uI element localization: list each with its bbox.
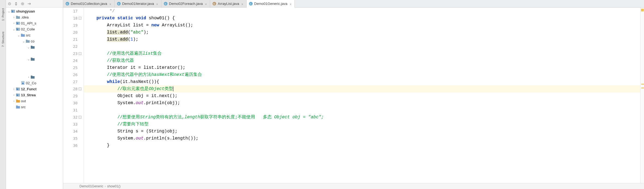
tree-item[interactable]: ›12_Funct [6, 86, 63, 92]
structure-tool-tab[interactable]: 7: Structure [1, 29, 5, 50]
breadcrumb-item[interactable]: Demo01Generic [79, 184, 103, 188]
breadcrumb-item[interactable]: show01() [107, 184, 120, 188]
editor-tab[interactable]: CArrayList.java× [210, 0, 247, 7]
gear-icon[interactable] [20, 2, 25, 6]
tree-arrow-icon[interactable]: ⌄ [22, 40, 26, 43]
tree-arrow-icon[interactable]: ⌄ [7, 10, 11, 13]
tree-item[interactable]: 02_Co [6, 80, 63, 86]
tree-arrow-icon[interactable]: › [12, 22, 16, 25]
tree-item[interactable] [6, 62, 63, 68]
tree-arrow-icon[interactable]: › [12, 16, 16, 19]
code-line[interactable]: String s = (String)obj; [84, 128, 640, 135]
line-gutter[interactable]: ---- 17181920212223242526272829303132333… [63, 8, 84, 183]
svg-text:C: C [118, 2, 120, 5]
locate-icon[interactable] [7, 2, 12, 6]
code-line[interactable]: //取出元素也是Object类型 [84, 85, 640, 92]
tree-arrow-icon[interactable]: › [12, 100, 16, 103]
tree-label: shungyuan [16, 9, 35, 13]
code-line[interactable]: //获取迭代器 [84, 57, 640, 64]
tree-item[interactable] [6, 50, 63, 56]
tree-arrow-icon[interactable]: ⌄ [27, 46, 30, 49]
tree-item[interactable]: ⌄02_Colle [6, 26, 63, 32]
code-line[interactable]: System.out.println(s.length()); [84, 135, 640, 142]
hide-icon[interactable] [27, 2, 31, 6]
tree-arrow-icon[interactable]: › [12, 88, 16, 91]
tree-item[interactable]: ›13_Strea [6, 92, 63, 98]
tree-label: 02_Co [26, 81, 36, 85]
code-line[interactable]: list.add("abc"); [84, 29, 640, 36]
code-line[interactable]: ArrayList list = new ArrayList(); [84, 22, 640, 29]
project-tab-label: 1: Project [1, 8, 5, 21]
code-line[interactable] [84, 43, 640, 50]
code-line[interactable] [84, 107, 640, 114]
code-line[interactable]: Iterator it = list.iterator(); [84, 64, 640, 71]
fold-icon[interactable]: - [79, 88, 81, 90]
tree-item[interactable]: ⌄shungyuan [6, 8, 63, 14]
svg-rect-16 [17, 89, 18, 90]
breadcrumb[interactable]: Demo01Generic › show01() [63, 183, 644, 189]
right-gutter[interactable] [640, 8, 644, 183]
code-line[interactable]: //使用迭代器遍历list集合 [84, 50, 640, 57]
marker-icon[interactable] [641, 84, 644, 85]
code-line[interactable]: while(it.hasNext()){ [84, 78, 640, 85]
fold-icon[interactable]: - [79, 116, 81, 119]
project-tool-tab[interactable]: 1: Project [1, 5, 5, 23]
chevron-right-icon: › [105, 184, 106, 188]
tree-item[interactable]: › [6, 74, 63, 80]
tree-item[interactable]: ⌄ [6, 56, 63, 62]
svg-rect-5 [12, 11, 13, 12]
tree-arrow-icon[interactable]: › [27, 76, 30, 79]
code-line[interactable]: //想要使用String类特有的方法,length获取字符串的长度;不能使用 多… [84, 114, 640, 121]
tree-label: 01_API_s [21, 21, 36, 25]
svg-rect-15 [16, 88, 18, 88]
code-line[interactable]: //使用迭代器中的方法hasNext和next遍历集合 [84, 71, 640, 78]
code-line[interactable]: list.add(1); [84, 36, 640, 43]
tree-item[interactable]: src [6, 104, 63, 110]
project-toolbar [6, 0, 63, 8]
svg-rect-4 [11, 10, 13, 11]
code-line[interactable]: Object obj = it.next(); [84, 92, 640, 100]
tree-item[interactable] [6, 68, 63, 74]
fold-icon[interactable]: - [79, 52, 81, 55]
structure-tab-label: 7: Structure [1, 32, 5, 47]
svg-text:C: C [250, 2, 252, 5]
tree-item[interactable]: ⌄src [6, 32, 63, 38]
marker-icon[interactable] [641, 88, 644, 88]
tree-item[interactable]: ⌄ [6, 44, 63, 50]
collapse-icon[interactable] [14, 2, 18, 6]
close-icon[interactable]: × [290, 2, 292, 5]
editor-tab[interactable]: CDemo01Iterator.java× [115, 0, 161, 7]
code-area[interactable]: */ private static void show01() { ArrayL… [84, 8, 640, 183]
close-icon[interactable]: × [205, 2, 208, 5]
close-icon[interactable]: × [241, 2, 244, 5]
editor-tab[interactable]: CDemo02Foreach.java× [161, 0, 210, 7]
tree-arrow-icon[interactable]: › [12, 94, 16, 97]
fold-icon[interactable]: - [79, 17, 81, 20]
tree-item[interactable]: ⌄co [6, 38, 63, 44]
caret-icon [173, 86, 173, 91]
tree-label: 13_Strea [21, 93, 36, 97]
tree-arrow-icon[interactable]: ⌄ [12, 28, 16, 31]
tree-item[interactable]: ›out [6, 98, 63, 104]
tree-label: 02_Colle [21, 27, 35, 31]
code-line[interactable]: private static void show01() { [84, 15, 640, 22]
tree-arrow-icon[interactable]: ⌄ [17, 34, 21, 37]
tree-label: src [21, 105, 26, 109]
editor-tab[interactable]: CDemo01Collection.java× [63, 0, 115, 7]
code-line[interactable]: //需要向下转型 [84, 121, 640, 128]
close-icon[interactable]: × [109, 2, 112, 5]
close-icon[interactable]: × [156, 2, 159, 5]
svg-rect-7 [16, 22, 18, 23]
svg-rect-8 [17, 23, 18, 24]
editor-content: ---- 17181920212223242526272829303132333… [63, 8, 644, 183]
tree-item[interactable]: ›01_API_s [6, 20, 63, 26]
code-line[interactable]: } [84, 142, 640, 149]
code-line[interactable]: */ [84, 8, 640, 15]
svg-rect-13 [22, 83, 24, 84]
tree-arrow-icon[interactable]: ⌄ [27, 58, 30, 61]
project-tree[interactable]: ⌄shungyuan›.idea›01_API_s⌄02_Colle⌄src⌄c… [6, 8, 63, 189]
tree-item[interactable]: ›.idea [6, 14, 63, 20]
warning-indicator-icon[interactable] [641, 9, 644, 11]
code-line[interactable]: System.out.println(obj); [84, 100, 640, 107]
editor-tab[interactable]: CDemo01Generic.java× [247, 0, 295, 8]
